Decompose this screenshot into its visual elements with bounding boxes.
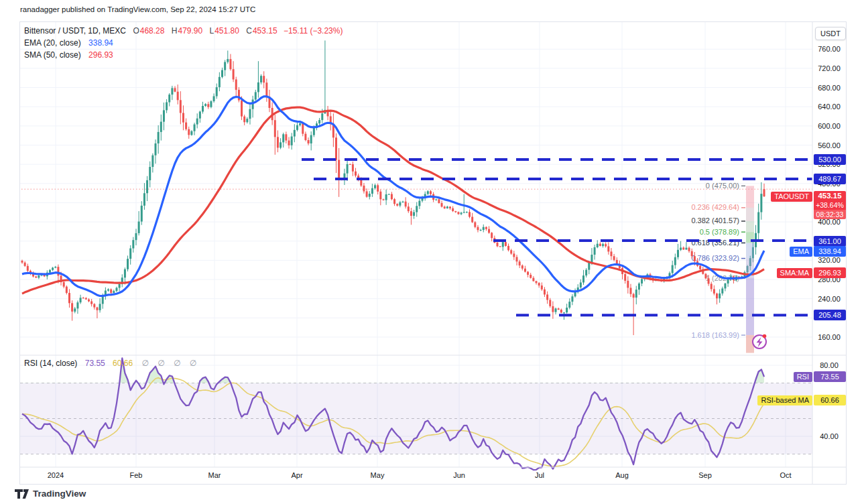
- rsi-value: 73.55: [85, 359, 105, 368]
- high-value: 479.90: [178, 26, 202, 36]
- level-205-badge: 205.48: [814, 310, 846, 320]
- close-value: 453.15: [253, 26, 277, 36]
- symbol-legend-row[interactable]: Bittensor / USDT, 1D, MEXC O468.28 H479.…: [24, 26, 343, 36]
- sma-label: SMA (50, close): [24, 50, 81, 60]
- sma-value: 296.93: [88, 50, 113, 60]
- sma-pill: SMA:MA: [777, 268, 812, 278]
- rsi-ma-badge: 60.66: [814, 395, 846, 405]
- ema-value: 338.94: [88, 38, 113, 48]
- svg-text:600.00: 600.00: [818, 122, 841, 130]
- rsi-label: RSI (14, close): [24, 359, 77, 368]
- last-price-badge: 453.15 +38.64% 08:32:33: [814, 191, 846, 219]
- ema-pill: EMA: [790, 247, 812, 257]
- attribution-text: ranadagger published on TradingView.com,…: [20, 5, 255, 13]
- ema-badge: 338.94: [814, 246, 846, 257]
- svg-text:Feb: Feb: [130, 471, 143, 479]
- currency-toggle-button[interactable]: USDT: [815, 27, 846, 40]
- tradingview-logo[interactable]: TradingView: [15, 489, 86, 499]
- change-value: −15.11 (−3.23%): [284, 26, 343, 36]
- chart-frame: 0 (475.00)0.236 (429.64)0.382 (401.57)0.…: [20, 22, 846, 484]
- bar-countdown: 08:32:33: [814, 210, 846, 219]
- svg-text:680.00: 680.00: [818, 84, 841, 92]
- rsi-hidden-values: ∅ ∅ ∅ ∅: [141, 359, 200, 368]
- svg-text:1.618 (163.99): 1.618 (163.99): [691, 331, 739, 339]
- fib-band: [746, 186, 754, 353]
- low-label: L: [210, 26, 214, 36]
- svg-text:Jul: Jul: [535, 471, 544, 479]
- tradingview-logo-text: TradingView: [33, 489, 86, 499]
- svg-text:0.236 (429.64): 0.236 (429.64): [691, 203, 739, 211]
- svg-text:240.00: 240.00: [818, 295, 841, 303]
- svg-text:0.382 (401.57): 0.382 (401.57): [691, 216, 739, 225]
- rsi-ma-pill: RSI-based MA: [757, 395, 812, 405]
- svg-text:Oct: Oct: [780, 471, 791, 479]
- symbol-title: Bittensor / USDT, 1D, MEXC: [24, 26, 126, 36]
- svg-text:80.00: 80.00: [820, 361, 839, 369]
- chart-canvas[interactable]: 0 (475.00)0.236 (429.64)0.382 (401.57)0.…: [20, 22, 846, 484]
- svg-text:160.00: 160.00: [818, 333, 841, 341]
- svg-text:0 (475.00): 0 (475.00): [706, 182, 739, 190]
- svg-text:May: May: [371, 471, 385, 479]
- tradingview-chart-page: ranadagger published on TradingView.com,…: [0, 0, 866, 504]
- level-361-badge: 361.00: [814, 236, 846, 247]
- svg-text:2024: 2024: [48, 471, 64, 479]
- svg-text:760.00: 760.00: [818, 45, 841, 53]
- svg-text:Jun: Jun: [453, 471, 465, 479]
- rsi-badge: 73.55: [814, 371, 846, 382]
- rsi-pill: RSI: [794, 372, 812, 382]
- last-price-value: 453.15: [814, 191, 846, 201]
- svg-text:Aug: Aug: [615, 471, 629, 479]
- sma-badge: 296.93: [814, 267, 846, 278]
- open-label: O: [133, 26, 139, 36]
- symbol-price-pill: TAOUSDT: [771, 192, 812, 202]
- svg-text:Mar: Mar: [208, 471, 221, 479]
- svg-text:0.5 (378.89): 0.5 (378.89): [700, 228, 739, 236]
- change-percent-value: +38.64%: [814, 201, 846, 210]
- low-value: 451.80: [214, 26, 239, 36]
- svg-text:320.00: 320.00: [818, 256, 841, 264]
- rsi-legend-row[interactable]: RSI (14, close) 73.55 60.66 ∅ ∅ ∅ ∅: [24, 359, 200, 368]
- level-530-badge: 530.00: [814, 154, 846, 165]
- svg-text:0.786 (323.92): 0.786 (323.92): [691, 254, 739, 262]
- svg-text:Sep: Sep: [698, 471, 712, 479]
- svg-text:Apr: Apr: [291, 471, 302, 479]
- level-489-badge: 489.67: [814, 174, 846, 184]
- high-label: H: [172, 26, 178, 36]
- flash-icon: [753, 334, 766, 349]
- svg-text:640.00: 640.00: [818, 103, 841, 111]
- ema-legend-row[interactable]: EMA (20, close) 338.94: [24, 38, 113, 48]
- sma-legend-row[interactable]: SMA (50, close) 296.93: [24, 50, 113, 60]
- close-label: C: [246, 26, 252, 36]
- tradingview-logo-icon: [15, 489, 29, 499]
- ema-label: EMA (20, close): [24, 38, 81, 48]
- svg-text:40.00: 40.00: [820, 432, 839, 440]
- svg-text:560.00: 560.00: [818, 141, 841, 149]
- svg-text:720.00: 720.00: [818, 64, 841, 72]
- open-value: 468.28: [140, 26, 165, 36]
- rsi-ma-value: 60.66: [113, 359, 133, 368]
